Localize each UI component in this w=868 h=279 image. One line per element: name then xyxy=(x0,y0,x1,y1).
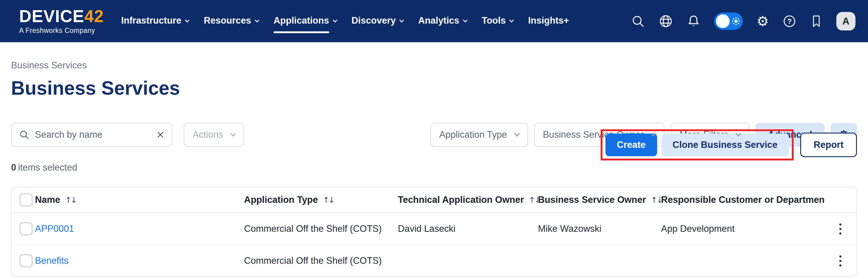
chevron-down-icon xyxy=(463,18,468,23)
sort-icon[interactable]: ↑↓ xyxy=(322,195,334,205)
selection-count: 0items selected xyxy=(11,162,857,173)
annotation-highlight-box: Create Clone Business Service xyxy=(601,129,794,160)
breadcrumb[interactable]: Business Services xyxy=(11,60,857,71)
brand-wordmark: DEVICE42 xyxy=(19,8,104,25)
chevron-down-icon xyxy=(254,18,259,23)
brand-tagline: A Freshworks Company xyxy=(19,27,104,35)
theme-toggle[interactable] xyxy=(714,12,743,30)
column-header-name: Name↑↓ xyxy=(35,194,244,205)
table-row: APP0001 Commercial Off the Shelf (COTS) … xyxy=(12,213,856,245)
page-action-buttons: Create Clone Business Service Report xyxy=(601,129,857,160)
chevron-down-icon xyxy=(514,130,520,136)
application-type-filter[interactable]: Application Type xyxy=(430,123,528,147)
chevron-down-icon xyxy=(230,130,236,136)
toggle-knob xyxy=(716,14,730,28)
page-content: Business Services Business Services Crea… xyxy=(0,60,868,277)
select-all-checkbox[interactable] xyxy=(20,193,33,207)
report-button[interactable]: Report xyxy=(800,133,857,157)
technical-owner-cell: David Lasecki xyxy=(398,223,538,234)
sun-icon xyxy=(732,17,740,26)
menu-tools[interactable]: Tools xyxy=(482,15,513,27)
business-services-table: Name↑↓ Application Type↑↓ Technical Appl… xyxy=(11,187,857,277)
clear-search-icon[interactable] xyxy=(156,130,164,139)
chevron-down-icon xyxy=(333,18,337,23)
search-input[interactable] xyxy=(35,129,151,140)
navbar-icon-group: ⚙ ? A xyxy=(631,12,856,30)
table-header-row: Name↑↓ Application Type↑↓ Technical Appl… xyxy=(12,187,856,213)
chevron-down-icon xyxy=(399,18,404,23)
svg-text:?: ? xyxy=(787,17,792,25)
table-row: Benefits Commercial Off the Shelf (COTS) xyxy=(12,245,856,276)
business-service-link[interactable]: APP0001 xyxy=(35,223,74,234)
menu-analytics[interactable]: Analytics xyxy=(418,15,467,27)
page-title: Business Services xyxy=(11,79,857,98)
settings-gear-icon[interactable]: ⚙ xyxy=(756,14,769,28)
chevron-down-icon xyxy=(509,18,514,23)
sort-icon[interactable]: ↑↓ xyxy=(651,195,661,205)
column-header-technical-application-owner: Technical Application Owner↑↓ xyxy=(398,194,538,205)
actions-dropdown[interactable]: Actions xyxy=(184,123,244,147)
clone-business-service-button[interactable]: Clone Business Service xyxy=(661,133,789,156)
column-header-business-service-owner: Business Service Owner↑↓ xyxy=(538,194,661,205)
column-header-application-type: Application Type↑↓ xyxy=(244,194,398,205)
business-service-link[interactable]: Benefits xyxy=(35,255,68,266)
column-header-responsible-customer: Responsible Customer or Department xyxy=(661,194,825,205)
sort-icon[interactable]: ↑↓ xyxy=(65,195,76,205)
menu-insights-plus[interactable]: Insights+ xyxy=(528,15,569,27)
top-navbar: DEVICE42 A Freshworks Company Infrastruc… xyxy=(0,0,868,43)
search-by-name-box xyxy=(11,123,172,147)
menu-resources[interactable]: Resources xyxy=(204,15,259,27)
search-icon[interactable] xyxy=(631,14,645,28)
row-checkbox[interactable] xyxy=(20,254,33,267)
business-owner-cell: Mike Wazowski xyxy=(538,223,661,234)
chevron-down-icon xyxy=(185,18,190,23)
notifications-bell-icon[interactable] xyxy=(687,14,701,28)
user-avatar[interactable]: A xyxy=(836,12,856,30)
main-menu: Infrastructure Resources Applications Di… xyxy=(121,15,569,27)
application-type-cell: Commercial Off the Shelf (COTS) xyxy=(244,223,398,234)
sort-icon[interactable]: ↑↓ xyxy=(529,195,538,205)
search-icon xyxy=(19,129,30,140)
menu-discovery[interactable]: Discovery xyxy=(351,15,403,27)
globe-icon[interactable] xyxy=(659,14,673,28)
menu-applications[interactable]: Applications xyxy=(274,15,337,27)
menu-infrastructure[interactable]: Infrastructure xyxy=(121,15,189,27)
responsible-cell: App Development xyxy=(661,223,825,234)
device42-logo[interactable]: DEVICE42 A Freshworks Company xyxy=(19,8,104,35)
row-actions-kebab-icon[interactable] xyxy=(837,253,844,269)
help-icon[interactable]: ? xyxy=(782,14,796,28)
create-button[interactable]: Create xyxy=(606,133,657,156)
application-type-cell: Commercial Off the Shelf (COTS) xyxy=(244,255,398,266)
bookmark-icon[interactable] xyxy=(810,14,823,28)
row-checkbox[interactable] xyxy=(20,222,33,236)
row-actions-kebab-icon[interactable] xyxy=(837,221,844,237)
